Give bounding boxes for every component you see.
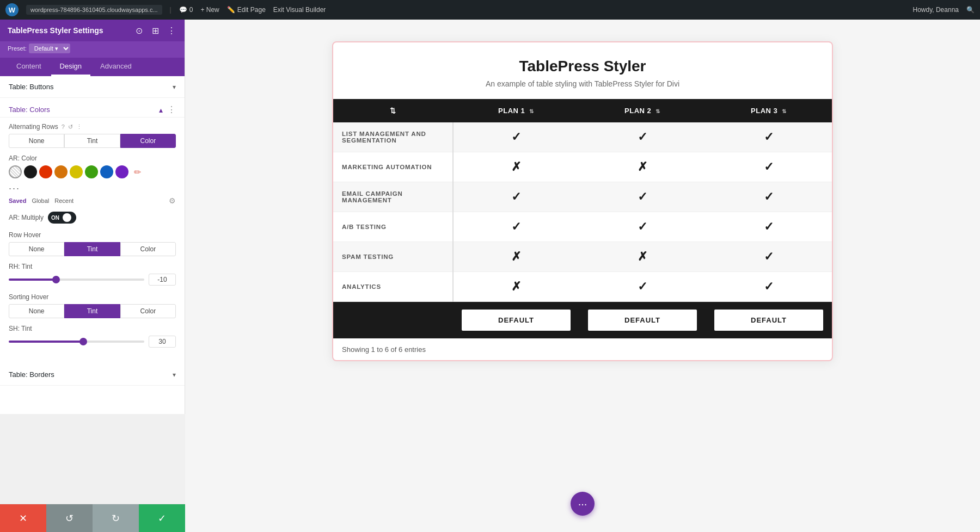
save-icon: ✓ — [158, 512, 166, 524]
plan1-cell: ✗ — [453, 242, 579, 272]
data-table: ⇅ PLAN 1 ⇅ PLAN 2 ⇅ PLAN 3 ⇅ — [333, 99, 832, 339]
plan2-cell: ✗ — [579, 152, 706, 182]
ar-color-btn[interactable]: Color — [120, 134, 176, 148]
cross-icon: ✗ — [511, 280, 522, 293]
footer-empty — [333, 302, 453, 339]
section-table-borders[interactable]: Table: Borders ▾ — [0, 364, 185, 386]
exit-builder-btn[interactable]: Exit Visual Builder — [273, 6, 326, 14]
check-icon: ✓ — [764, 160, 774, 174]
swatch-purple[interactable] — [115, 165, 128, 178]
content-area: TablePress Styler An example of table st… — [185, 20, 980, 532]
sh-color-btn[interactable]: Color — [120, 304, 176, 318]
check-icon: ✓ — [764, 280, 774, 293]
new-btn[interactable]: + New — [200, 6, 219, 14]
ar-color-label: AR: Color — [9, 154, 176, 162]
sh-none-btn[interactable]: None — [9, 304, 64, 318]
th-plan2[interactable]: PLAN 2 ⇅ — [579, 99, 706, 122]
custom-color-icon[interactable]: ✏ — [131, 165, 144, 178]
section-table-buttons[interactable]: Table: Buttons ▾ — [0, 76, 185, 98]
default-btn-plan1[interactable]: DEFAULT — [462, 310, 571, 331]
rh-tint-btn[interactable]: Tint — [64, 242, 120, 256]
search-icon[interactable]: 🔍 — [966, 6, 975, 14]
swatch-yellow[interactable] — [70, 165, 83, 178]
help-icon[interactable]: ? — [62, 123, 65, 130]
more-options-icon[interactable]: ⋮ — [76, 123, 82, 131]
check-icon: ✓ — [638, 280, 648, 293]
feature-cell: MARKETING AUTOMATION — [333, 152, 453, 182]
check-icon: ✓ — [638, 220, 648, 233]
tab-design[interactable]: Design — [51, 58, 90, 76]
sh-tint-btn[interactable]: Tint — [64, 304, 120, 318]
undo-btn[interactable]: ↺ — [46, 504, 93, 532]
color-tab-recent[interactable]: Recent — [54, 197, 74, 204]
reset-icon[interactable]: ↺ — [68, 123, 73, 131]
cross-icon: ✗ — [511, 160, 522, 174]
rh-tint-value[interactable]: -10 — [149, 274, 176, 286]
more-colors-dots[interactable]: ··· — [9, 183, 20, 194]
ar-none-btn[interactable]: None — [9, 134, 64, 148]
feature-cell: LIST MANAGEMENT AND SEGMENTATION — [333, 122, 453, 152]
floating-action-btn[interactable]: ··· — [571, 492, 595, 516]
rh-tint-thumb[interactable] — [52, 276, 60, 283]
swatch-orange[interactable] — [54, 165, 68, 178]
sh-tint-fill — [9, 341, 83, 343]
preset-dropdown[interactable]: Default ▾ — [29, 44, 70, 53]
comments-btn[interactable]: 💬 0 — [179, 6, 193, 14]
table-row: SPAM TESTING ✗ ✗ ✓ — [333, 242, 832, 272]
default-btn-plan2[interactable]: DEFAULT — [588, 310, 697, 331]
table-buttons-chevron: ▾ — [173, 83, 176, 91]
section-menu-icon[interactable]: ⋮ — [167, 104, 176, 115]
th-plan3[interactable]: PLAN 3 ⇅ — [706, 99, 832, 122]
section-table-colors[interactable]: Table: Colors ▴ ⋮ — [0, 98, 185, 117]
plan1-cell: ✓ — [453, 212, 579, 242]
sidebar: TablePress Styler Settings ⊙ ⊞ ⋮ Preset:… — [0, 20, 185, 414]
swatch-red[interactable] — [39, 165, 52, 178]
plan1-cell: ✓ — [453, 122, 579, 152]
ar-tint-btn[interactable]: Tint — [64, 134, 120, 148]
sh-tint-track[interactable] — [9, 341, 144, 343]
cross-icon: ✗ — [638, 160, 648, 174]
sh-tint-value[interactable] — [149, 336, 176, 348]
rh-tint-track[interactable] — [9, 279, 144, 281]
sh-options: None Tint Color — [9, 304, 176, 318]
ar-multiply-toggle[interactable]: ON — [48, 212, 76, 224]
sh-tint-thumb[interactable] — [79, 338, 87, 345]
swatch-striped[interactable] — [9, 165, 22, 178]
plan2-cell: ✗ — [579, 242, 706, 272]
collapse-icon[interactable]: ▴ — [159, 106, 163, 114]
check-icon: ✓ — [638, 130, 648, 144]
bottom-bar-spacer — [0, 386, 185, 414]
preset-bar: Preset: Default ▾ — [0, 41, 185, 58]
tab-content[interactable]: Content — [8, 58, 50, 76]
sorting-hover-label: Sorting Hover — [9, 293, 176, 301]
color-settings-icon[interactable]: ⚙ — [169, 196, 176, 205]
more-icon[interactable]: ⋮ — [166, 25, 177, 36]
rh-none-btn[interactable]: None — [9, 242, 64, 256]
sh-tint-row: SH: Tint — [9, 325, 176, 348]
cancel-icon: ✕ — [19, 512, 27, 524]
rh-color-btn[interactable]: Color — [120, 242, 176, 256]
undo-icon: ↺ — [65, 512, 74, 524]
cancel-btn[interactable]: ✕ — [0, 504, 46, 532]
swatch-blue[interactable] — [100, 165, 113, 178]
rh-options: None Tint Color — [9, 242, 176, 256]
th-feature[interactable]: ⇅ — [333, 99, 453, 122]
swatch-black[interactable] — [24, 165, 37, 178]
color-tab-saved[interactable]: Saved — [9, 197, 26, 204]
redo-btn[interactable]: ↻ — [93, 504, 139, 532]
default-btn-plan3[interactable]: DEFAULT — [714, 310, 823, 331]
edit-page-btn[interactable]: ✏️ Edit Page — [227, 6, 266, 14]
sidebar-wrapper: TablePress Styler Settings ⊙ ⊞ ⋮ Preset:… — [0, 20, 185, 532]
sh-tint-label: SH: Tint — [9, 325, 176, 332]
row-hover-label: Row Hover — [9, 231, 176, 239]
swatch-green[interactable] — [85, 165, 98, 178]
color-tab-global[interactable]: Global — [32, 197, 49, 204]
th-plan1[interactable]: PLAN 1 ⇅ — [453, 99, 579, 122]
save-btn[interactable]: ✓ — [139, 504, 185, 532]
table-main-title: TablePress Styler — [344, 58, 821, 75]
wp-logo[interactable]: W — [5, 3, 19, 16]
preset-label: Preset: — [8, 45, 27, 52]
focus-icon[interactable]: ⊙ — [133, 25, 144, 36]
tab-advanced[interactable]: Advanced — [91, 58, 140, 76]
columns-icon[interactable]: ⊞ — [150, 25, 161, 36]
